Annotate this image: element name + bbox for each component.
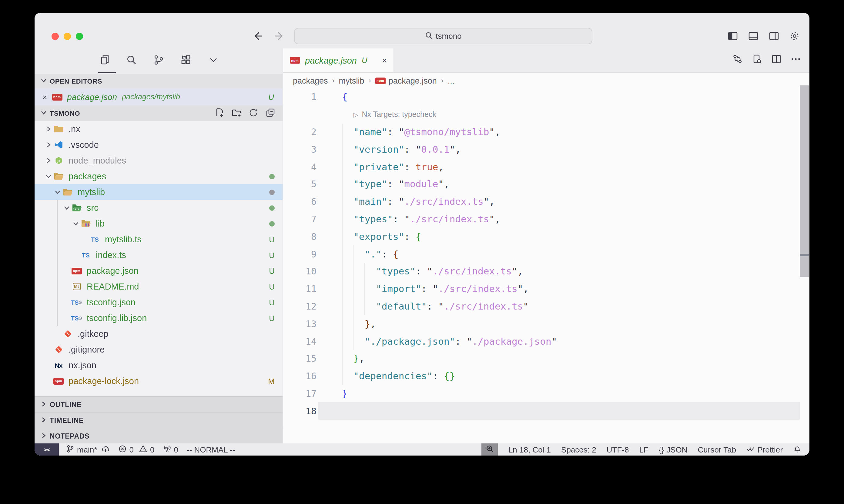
zoom-window-button[interactable] xyxy=(76,33,83,40)
breadcrumb-item[interactable]: ... xyxy=(448,76,455,85)
formatter-indicator[interactable]: Prettier xyxy=(746,444,783,455)
close-editor-icon[interactable]: × xyxy=(42,93,47,101)
tree-item-mytslib-ts[interactable]: TSmytslib.tsU xyxy=(35,231,282,247)
chevron-down-icon xyxy=(63,205,71,211)
breadcrumb-item[interactable]: packages xyxy=(293,76,328,85)
tree-item-package-json[interactable]: npmpackage.jsonU xyxy=(35,263,282,278)
encoding-indicator[interactable]: UTF-8 xyxy=(607,445,629,454)
tree-item--gitignore[interactable]: .gitignore xyxy=(35,342,282,357)
code-line-8[interactable]: 8 "exports": { xyxy=(283,228,809,246)
tree-item-package-lock-json[interactable]: npmpackage-lock.jsonM xyxy=(35,373,282,389)
tree-item-readme-md[interactable]: M↓README.mdU xyxy=(35,278,282,294)
code-line-10[interactable]: 10 "types": "./src/index.ts", xyxy=(283,263,809,281)
forward-icon[interactable] xyxy=(274,30,286,44)
code-line-18[interactable]: 18 xyxy=(283,402,809,420)
command-center-search[interactable]: tsmono xyxy=(294,28,592,44)
outline-section-header[interactable]: OUTLINE xyxy=(35,396,282,412)
file-tree: .nx.vscodejsnode_modulespackagesmytslib<… xyxy=(35,121,282,389)
tree-item--nx[interactable]: .nx xyxy=(35,121,282,137)
tab-package-json[interactable]: npm package.json U × xyxy=(283,49,394,72)
minimize-window-button[interactable] xyxy=(64,33,71,40)
code-line-3[interactable]: 3 "version": "0.0.1", xyxy=(283,141,809,158)
tree-item-tsconfig-lib-json[interactable]: TS⚙tsconfig.lib.jsonU xyxy=(35,310,282,326)
sidebar: OPEN EDITORS × npm package.json packages… xyxy=(35,49,283,444)
tree-item-label: packages xyxy=(69,172,106,181)
more-actions-icon[interactable] xyxy=(791,54,801,67)
split-editor-icon[interactable] xyxy=(771,54,781,67)
traffic-lights xyxy=(52,33,83,40)
code-text: "./package.json": "./package.json" xyxy=(342,336,557,347)
explorer-section-header[interactable]: TSMONO xyxy=(35,105,282,121)
codelens-nx-targets[interactable]: ▷Nx Targets: typecheck xyxy=(283,106,809,124)
code-line-2[interactable]: 2 "name": "@tsmono/mytslib", xyxy=(283,123,809,141)
tree-item--gitkeep[interactable]: .gitkeep xyxy=(35,326,282,342)
vim-mode-indicator[interactable]: -- NORMAL -- xyxy=(187,445,235,454)
explorer-icon[interactable] xyxy=(99,55,110,68)
cursor-position[interactable]: Ln 18, Col 1 xyxy=(509,445,551,454)
code-line-4[interactable]: 4 "private": true, xyxy=(283,158,809,176)
tree-item-lib[interactable]: lib xyxy=(35,216,282,231)
new-folder-icon[interactable] xyxy=(231,108,241,119)
cursor-tab-indicator[interactable]: Cursor Tab xyxy=(698,445,736,454)
eol-indicator[interactable]: LF xyxy=(639,445,648,454)
notifications-bell-icon[interactable] xyxy=(793,444,802,455)
open-editor-item[interactable]: × npm package.json packages/mytslib U xyxy=(35,88,282,105)
code-line-16[interactable]: 16 "dependencies": {} xyxy=(283,368,809,385)
toggle-secondary-sidebar-icon[interactable] xyxy=(769,31,779,43)
tree-item--vscode[interactable]: .vscode xyxy=(35,137,282,152)
code-line-5[interactable]: 5 "type": "module", xyxy=(283,176,809,193)
settings-gear-icon[interactable] xyxy=(789,31,800,43)
indentation-indicator[interactable]: Spaces: 2 xyxy=(561,445,596,454)
breadcrumb-item[interactable]: npmpackage.json xyxy=(375,76,437,85)
tree-item-mytslib[interactable]: mytslib xyxy=(35,184,282,200)
refresh-icon[interactable] xyxy=(248,108,258,119)
collapse-folders-icon[interactable] xyxy=(265,108,275,119)
tree-item-src[interactable]: </>src xyxy=(35,200,282,216)
editor-scrollbar[interactable] xyxy=(800,85,809,277)
open-editors-header[interactable]: OPEN EDITORS xyxy=(35,74,282,88)
toggle-panel-icon[interactable] xyxy=(748,31,758,43)
notepads-section-header[interactable]: NOTEPADS xyxy=(35,428,282,444)
code-line-14[interactable]: 14 "./package.json": "./package.json" xyxy=(283,332,809,350)
code-editor[interactable]: 1{▷Nx Targets: typecheck2 "name": "@tsmo… xyxy=(283,88,809,444)
toggle-primary-sidebar-icon[interactable] xyxy=(728,31,738,43)
code-line-12[interactable]: 12 "default": "./src/index.ts" xyxy=(283,298,809,315)
timeline-section-header[interactable]: TIMELINE xyxy=(35,412,282,428)
desktop: tsmono OPEN EDITORS × xyxy=(0,0,844,504)
new-file-icon[interactable] xyxy=(214,108,224,119)
tree-item-packages[interactable]: packages xyxy=(35,168,282,184)
git-branch-icon xyxy=(66,444,74,455)
branch-indicator[interactable]: main* xyxy=(66,444,110,455)
search-in-editor-icon[interactable] xyxy=(752,54,762,67)
remote-indicator[interactable]: >< xyxy=(35,444,59,455)
zoom-indicator[interactable] xyxy=(482,444,498,455)
code-line-9[interactable]: 9 ".": { xyxy=(283,245,809,263)
code-line-1[interactable]: 1{ xyxy=(283,88,809,106)
problems-indicator[interactable]: 0 0 xyxy=(119,444,155,455)
code-line-15[interactable]: 15 }, xyxy=(283,350,809,368)
extensions-icon[interactable] xyxy=(181,55,192,68)
code-line-17[interactable]: 17} xyxy=(283,385,809,402)
explorer-root-label: TSMONO xyxy=(50,110,80,117)
tree-item-tsconfig-json[interactable]: TS⚙tsconfig.jsonU xyxy=(35,294,282,310)
tree-item-node-modules[interactable]: jsnode_modules xyxy=(35,152,282,168)
changes-dot-badge xyxy=(269,221,275,226)
ports-indicator[interactable]: 0 xyxy=(163,444,178,455)
language-mode[interactable]: {} JSON xyxy=(659,445,688,454)
code-line-11[interactable]: 11 "import": "./src/index.ts", xyxy=(283,281,809,298)
open-changes-icon[interactable] xyxy=(733,54,743,67)
back-icon[interactable] xyxy=(252,30,263,44)
tree-item-nx-json[interactable]: Nxnx.json xyxy=(35,357,282,373)
source-control-icon[interactable] xyxy=(153,55,164,68)
line-number: 3 xyxy=(283,144,316,155)
code-line-13[interactable]: 13 }, xyxy=(283,315,809,333)
search-view-icon[interactable] xyxy=(126,55,137,68)
code-line-7[interactable]: 7 "types": "./src/index.ts", xyxy=(283,211,809,228)
breadcrumb-item[interactable]: mytslib xyxy=(339,76,364,85)
code-text: { xyxy=(342,92,348,103)
tree-item-index-ts[interactable]: TSindex.tsU xyxy=(35,247,282,263)
more-views-chevron-icon[interactable] xyxy=(208,55,219,68)
close-window-button[interactable] xyxy=(52,33,59,40)
code-line-6[interactable]: 6 "main": "./src/index.ts", xyxy=(283,193,809,211)
tab-close-icon[interactable]: × xyxy=(382,56,387,65)
